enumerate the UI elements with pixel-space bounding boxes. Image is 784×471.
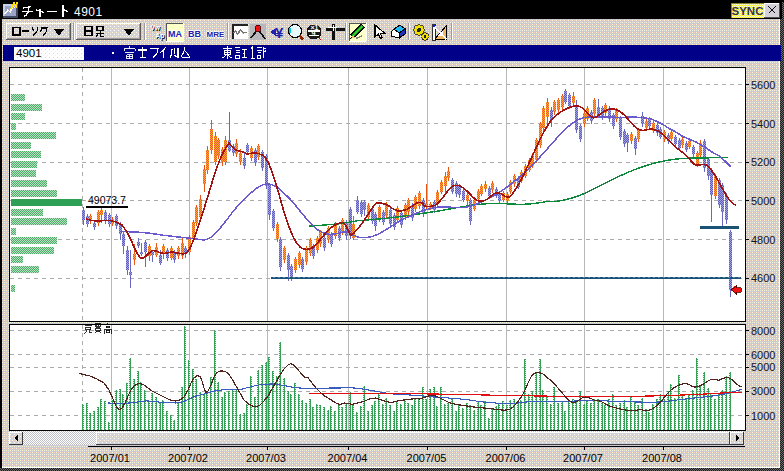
svg-text:2007/01: 2007/01 <box>90 452 130 464</box>
svg-text:BB: BB <box>188 29 201 39</box>
svg-text:2007/02: 2007/02 <box>168 452 208 464</box>
svg-text:5000: 5000 <box>751 361 775 373</box>
svg-text:2007/05: 2007/05 <box>407 452 447 464</box>
svg-text:Vw: Vw <box>151 24 161 31</box>
svg-text:SYNC: SYNC <box>732 5 764 17</box>
svg-text:4901: 4901 <box>74 5 103 19</box>
svg-text:4901: 4901 <box>16 47 42 59</box>
svg-text:49073.7: 49073.7 <box>88 194 126 206</box>
svg-text:2007/08: 2007/08 <box>642 452 682 464</box>
svg-text:MA: MA <box>168 29 182 39</box>
svg-text:2007/04: 2007/04 <box>328 452 368 464</box>
svg-text:4800: 4800 <box>751 234 775 246</box>
svg-text:6000: 6000 <box>751 349 775 361</box>
svg-text:Ap: Ap <box>156 32 165 40</box>
svg-text:8000: 8000 <box>751 325 775 337</box>
svg-text:5200: 5200 <box>751 156 775 168</box>
svg-text:5600: 5600 <box>751 79 775 91</box>
svg-text:¥: ¥ <box>275 24 284 41</box>
svg-text:9: 9 <box>312 30 316 37</box>
svg-text:2007/03: 2007/03 <box>246 452 286 464</box>
svg-text:4600: 4600 <box>751 272 775 284</box>
svg-text:1000: 1000 <box>751 410 775 422</box>
svg-text:MRE: MRE <box>207 30 225 39</box>
svg-text:5000: 5000 <box>751 195 775 207</box>
svg-text:2007/06: 2007/06 <box>486 452 526 464</box>
svg-text:5400: 5400 <box>751 118 775 130</box>
svg-text:3000: 3000 <box>751 385 775 397</box>
svg-text:2007/07: 2007/07 <box>563 452 603 464</box>
